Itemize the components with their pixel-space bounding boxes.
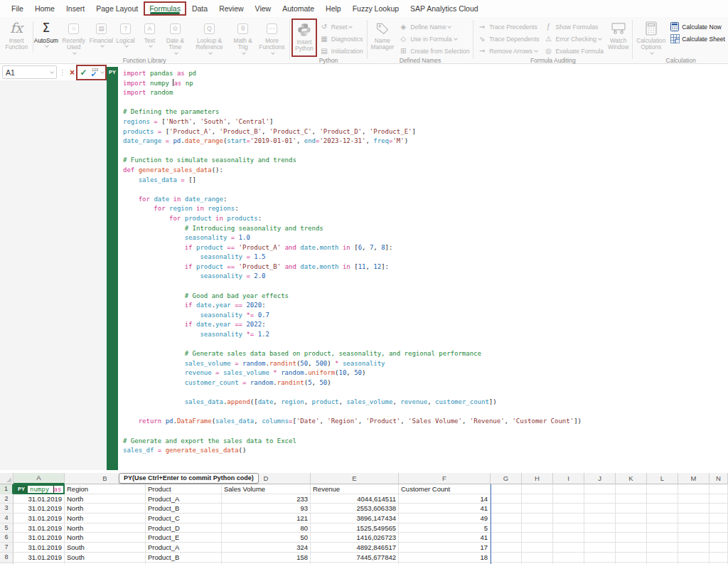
show-formulas-button[interactable]: ƒ Show Formulas: [542, 21, 606, 33]
cell[interactable]: [522, 533, 553, 543]
cell[interactable]: 121: [222, 514, 311, 523]
cell[interactable]: 41: [399, 504, 491, 514]
row-header-8[interactable]: 8: [0, 553, 14, 563]
cell[interactable]: 14: [399, 494, 491, 504]
python-code-editor[interactable]: import pandas as pdimport numpy as npimp…: [118, 67, 728, 470]
cell[interactable]: [616, 523, 647, 533]
cell[interactable]: [710, 504, 728, 514]
column-header-h[interactable]: H: [522, 473, 553, 484]
cell[interactable]: [584, 504, 616, 514]
error-checking-button[interactable]: ⚠ Error Checking: [542, 33, 606, 45]
menu-tab-help[interactable]: Help: [320, 1, 347, 16]
evaluate-formula-button[interactable]: ◎ Evaluate Formula: [542, 45, 606, 57]
autosum-button[interactable]: Σ AutoSum: [34, 18, 58, 57]
use-in-formula-button[interactable]: ◇ Use in Formula: [396, 33, 471, 45]
cell[interactable]: North: [65, 523, 146, 533]
cell[interactable]: 18: [399, 553, 491, 563]
data-header-revenue[interactable]: Revenue: [311, 484, 399, 494]
cell[interactable]: [678, 543, 710, 553]
cell[interactable]: [710, 514, 728, 523]
cell[interactable]: [616, 494, 647, 504]
column-header-l[interactable]: L: [647, 473, 678, 484]
cell[interactable]: [491, 504, 522, 514]
cell[interactable]: [522, 543, 553, 553]
menu-tab-data[interactable]: Data: [186, 1, 213, 16]
column-header-j[interactable]: J: [584, 473, 616, 484]
cell[interactable]: [616, 533, 647, 543]
menu-tab-review[interactable]: Review: [213, 1, 249, 16]
math-trig-button[interactable]: θ Math & Trig: [230, 18, 256, 57]
cell[interactable]: [647, 523, 678, 533]
cell[interactable]: [491, 553, 522, 563]
cell[interactable]: [553, 494, 584, 504]
cell[interactable]: 324: [222, 543, 311, 553]
cell[interactable]: [616, 553, 647, 563]
cell[interactable]: 4044,614511: [311, 494, 399, 504]
cell[interactable]: [678, 484, 710, 494]
menu-tab-automate[interactable]: Automate: [277, 1, 320, 16]
cell[interactable]: [553, 484, 584, 494]
name-manager-button[interactable]: Name Manager: [369, 18, 397, 57]
cell[interactable]: 3896,147434: [311, 514, 399, 523]
cell[interactable]: Product_A: [146, 494, 222, 504]
cell[interactable]: [491, 514, 522, 523]
cell[interactable]: North: [65, 494, 146, 504]
financial-button[interactable]: ▤ Financial: [89, 18, 113, 57]
cell[interactable]: [584, 543, 616, 553]
cell[interactable]: [491, 543, 522, 553]
insert-function-button[interactable]: fx Insert Function: [1, 18, 32, 57]
cell[interactable]: 80: [222, 523, 311, 533]
cell[interactable]: [616, 504, 647, 514]
cell[interactable]: 1416,026723: [311, 533, 399, 543]
cell[interactable]: [710, 533, 728, 543]
cell[interactable]: [616, 543, 647, 553]
resize-handle[interactable]: ⋮: [59, 68, 66, 76]
python-output-icon[interactable]: 123: [88, 67, 99, 78]
cell[interactable]: 49: [399, 514, 491, 523]
column-header-i[interactable]: I: [553, 473, 584, 484]
column-header-m[interactable]: M: [678, 473, 710, 484]
cell[interactable]: [584, 523, 616, 533]
cell[interactable]: South: [65, 553, 146, 563]
cell[interactable]: [522, 484, 553, 494]
cell[interactable]: [710, 484, 728, 494]
cell[interactable]: Product_D: [146, 523, 222, 533]
cell[interactable]: Product_B: [146, 504, 222, 514]
cell[interactable]: 31.01.2019: [14, 553, 65, 563]
cell[interactable]: 31.01.2019: [14, 523, 65, 533]
cell[interactable]: 31.01.2019: [14, 543, 65, 553]
menu-tab-file[interactable]: File: [6, 1, 29, 16]
cell[interactable]: [678, 533, 710, 543]
cell[interactable]: [522, 553, 553, 563]
cell[interactable]: 2553,606338: [311, 504, 399, 514]
trace-dependents-button[interactable]: ⇘ Trace Dependents: [475, 33, 541, 45]
cell[interactable]: 7445,677842: [311, 553, 399, 563]
column-header-n[interactable]: N: [710, 473, 728, 484]
cell[interactable]: [647, 514, 678, 523]
cell[interactable]: North: [65, 504, 146, 514]
cell[interactable]: North: [65, 533, 146, 543]
row-header-7[interactable]: 7: [0, 543, 14, 553]
cell[interactable]: 31.01.2019: [14, 533, 65, 543]
cell[interactable]: [647, 494, 678, 504]
cell[interactable]: [616, 514, 647, 523]
cell[interactable]: [553, 553, 584, 563]
recently-used-button[interactable]: ☆ Recently Used: [58, 18, 90, 57]
cell[interactable]: [584, 553, 616, 563]
cell[interactable]: [584, 533, 616, 543]
column-header-k[interactable]: K: [616, 473, 647, 484]
calculate-now-button[interactable]: Calculate Now: [668, 21, 727, 33]
menu-tab-view[interactable]: View: [250, 1, 277, 16]
name-box[interactable]: A1: [2, 65, 57, 79]
cell[interactable]: [647, 543, 678, 553]
insert-python-button[interactable]: Insert Python: [291, 18, 317, 57]
cell[interactable]: [710, 543, 728, 553]
reset-button[interactable]: ↺ Reset: [317, 21, 365, 33]
cell[interactable]: [553, 514, 584, 523]
cell[interactable]: [647, 484, 678, 494]
cell[interactable]: [522, 494, 553, 504]
text-button[interactable]: A Text: [137, 18, 161, 57]
cell[interactable]: Product_C: [146, 514, 222, 523]
cell[interactable]: 50: [222, 533, 311, 543]
initialization-button[interactable]: ▤ Initialization: [317, 45, 365, 57]
